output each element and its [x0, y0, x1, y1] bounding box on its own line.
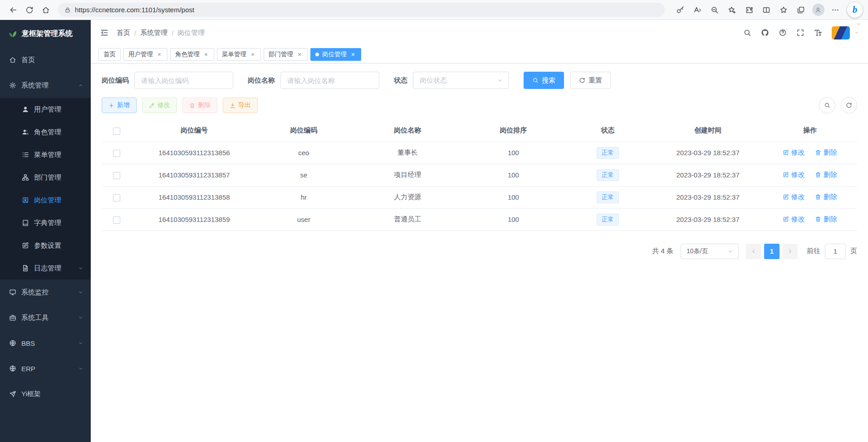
refresh-table-button[interactable] — [841, 97, 857, 113]
monitor-icon — [9, 289, 16, 296]
sidebar-item-post-mgmt[interactable]: 岗位管理 — [0, 189, 91, 211]
status-select[interactable]: 岗位状态 — [413, 72, 509, 89]
tab-post-mgmt[interactable]: 岗位管理 — [310, 48, 361, 61]
status-label: 状态 — [394, 76, 407, 85]
row-checkbox[interactable] — [113, 216, 120, 224]
sidebar-item-log-mgmt[interactable]: 日志管理 — [0, 257, 91, 280]
post-sort-cell: 100 — [464, 208, 562, 231]
row-delete-link[interactable]: 删除 — [815, 171, 837, 179]
browser-more-icon[interactable] — [828, 3, 843, 17]
goto-page-input[interactable] — [825, 244, 846, 259]
post-name-cell: 董事长 — [351, 142, 464, 164]
header-search-icon[interactable] — [743, 29, 751, 37]
search-button[interactable]: 搜索 — [524, 72, 564, 89]
toggle-search-button[interactable] — [819, 97, 835, 113]
row-checkbox[interactable] — [113, 172, 120, 179]
close-icon[interactable] — [156, 51, 162, 58]
breadcrumb-home[interactable]: 首页 — [117, 29, 130, 37]
sidebar-item-system-mgmt[interactable]: 系统管理 — [0, 73, 91, 98]
tab-user-mgmt[interactable]: 用户管理 — [123, 48, 167, 61]
sidebar-item-system-tools[interactable]: 系统工具 — [0, 305, 91, 330]
tab-role-mgmt[interactable]: 角色管理 — [170, 48, 214, 61]
post-name-input[interactable] — [280, 72, 379, 89]
edge-sidebar-caret-icon[interactable] — [856, 21, 861, 27]
lock-icon — [64, 7, 71, 13]
post-code-cell: user — [256, 208, 351, 231]
password-key-icon[interactable] — [673, 3, 687, 17]
next-page-button[interactable] — [782, 244, 798, 259]
browser-home-button[interactable] — [38, 2, 54, 18]
row-delete-link[interactable]: 删除 — [815, 193, 837, 201]
help-question-icon[interactable] — [779, 29, 787, 37]
sidebar-item-system-monitor[interactable]: 系统监控 — [0, 280, 91, 305]
browser-refresh-button[interactable] — [22, 2, 37, 18]
tab-menu-mgmt[interactable]: 菜单管理 — [217, 48, 261, 61]
user-avatar[interactable] — [832, 26, 850, 39]
prev-page-button[interactable] — [746, 244, 761, 259]
avatar-caret-down-icon[interactable] — [854, 30, 859, 35]
bing-icon[interactable]: b — [847, 2, 863, 18]
select-all-checkbox[interactable] — [113, 128, 120, 135]
row-checkbox[interactable] — [113, 194, 120, 201]
paper-plane-icon — [9, 390, 16, 398]
sidebar-item-dept-mgmt[interactable]: 部门管理 — [0, 166, 91, 189]
browser-profile-avatar[interactable] — [811, 3, 825, 17]
sidebar-item-bbs[interactable]: BBS — [0, 330, 91, 356]
chevron-down-icon — [78, 265, 83, 271]
sidebar-item-home[interactable]: 首页 — [0, 47, 91, 73]
row-delete-link[interactable]: 删除 — [815, 148, 837, 157]
breadcrumb-system-mgmt[interactable]: 系统管理 — [140, 29, 167, 37]
split-screen-icon[interactable] — [759, 3, 774, 17]
globe-icon — [9, 365, 16, 372]
search-icon — [532, 77, 539, 83]
sidebar-item-menu-mgmt[interactable]: 菜单管理 — [0, 143, 91, 166]
sidebar-item-yi-framework[interactable]: Yi框架 — [0, 381, 91, 407]
favorites-icon[interactable] — [776, 3, 791, 17]
read-aloud-icon[interactable] — [690, 3, 705, 17]
toolbox-icon — [9, 314, 16, 321]
close-icon[interactable] — [250, 51, 256, 58]
row-checkbox[interactable] — [113, 150, 120, 157]
created-cell: 2023-03-29 18:52:37 — [653, 164, 762, 186]
app-logo[interactable]: 意框架管理系统 — [0, 20, 91, 47]
sidebar-item-role-mgmt[interactable]: 角色管理 — [0, 121, 91, 143]
delete-button[interactable]: 删除 — [182, 98, 217, 113]
row-delete-link[interactable]: 删除 — [815, 215, 837, 224]
row-edit-link[interactable]: 修改 — [783, 171, 805, 179]
export-button[interactable]: 导出 — [223, 98, 258, 113]
close-icon[interactable] — [350, 51, 356, 58]
add-favorite-icon[interactable] — [725, 3, 739, 17]
sidebar-item-user-mgmt[interactable]: 用户管理 — [0, 98, 91, 121]
page-size-select[interactable]: 10条/页 — [681, 244, 739, 259]
row-edit-link[interactable]: 修改 — [783, 148, 805, 157]
sidebar-item-dict-mgmt[interactable]: 字典管理 — [0, 211, 91, 234]
tab-dept-mgmt[interactable]: 部门管理 — [264, 48, 308, 61]
breadcrumb-separator — [172, 29, 173, 37]
browser-url-bar[interactable]: https://ccnetcore.com:1101/system/post — [58, 3, 665, 17]
post-code-input[interactable] — [134, 72, 233, 89]
sidebar-item-param-settings[interactable]: 参数设置 — [0, 234, 91, 257]
sidebar-fold-icon[interactable] — [100, 28, 109, 37]
close-icon[interactable] — [296, 51, 303, 58]
collections-icon[interactable] — [794, 3, 808, 17]
edit-button[interactable]: 修改 — [142, 98, 177, 113]
chevron-down-icon — [727, 248, 734, 255]
sidebar-item-erp[interactable]: ERP — [0, 356, 91, 381]
row-edit-link[interactable]: 修改 — [783, 193, 805, 201]
browser-back-button[interactable] — [5, 2, 21, 18]
post-table: 岗位编号 岗位编码 岗位名称 岗位排序 状态 创建时间 操作 164103059… — [102, 120, 857, 231]
tab-home[interactable]: 首页 — [98, 48, 121, 61]
github-icon[interactable] — [761, 29, 769, 37]
fullscreen-icon[interactable] — [796, 29, 804, 37]
reset-button[interactable]: 重置 — [570, 72, 611, 89]
tags-view-bar: 首页 用户管理 角色管理 菜单管理 部门管理 岗位管理 — [91, 45, 868, 64]
page-number-button[interactable]: 1 — [764, 244, 780, 259]
font-size-icon[interactable] — [814, 29, 822, 37]
close-icon[interactable] — [203, 51, 209, 58]
row-edit-link[interactable]: 修改 — [783, 215, 805, 224]
edit-square-icon — [783, 172, 789, 178]
extensions-icon[interactable] — [742, 3, 756, 17]
zoom-icon[interactable] — [707, 3, 722, 17]
add-button[interactable]: 新增 — [102, 98, 137, 113]
status-badge: 正常 — [597, 147, 619, 159]
